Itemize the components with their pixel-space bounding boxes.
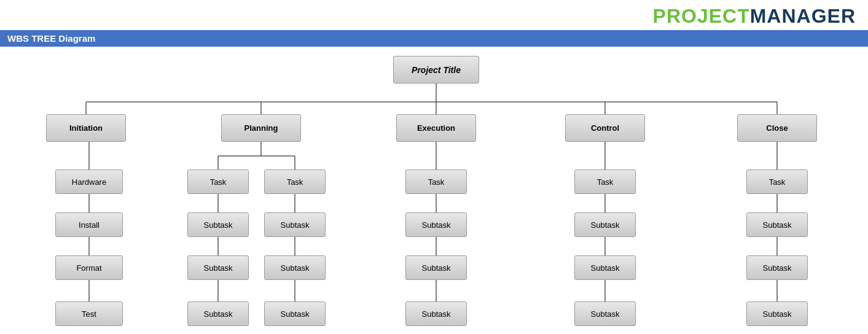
- node-close-task[interactable]: Task: [746, 169, 808, 194]
- node-planning-task2[interactable]: Task: [264, 169, 326, 194]
- node-close[interactable]: Close: [737, 114, 817, 142]
- node-planning-subtask2c[interactable]: Subtask: [264, 301, 326, 326]
- logo-project: PROJECT: [653, 5, 750, 27]
- node-planning-subtask1c[interactable]: Subtask: [187, 301, 249, 326]
- root-node[interactable]: Project Title: [393, 56, 479, 84]
- node-hardware[interactable]: Hardware: [55, 169, 123, 194]
- node-planning-subtask2b[interactable]: Subtask: [264, 255, 326, 280]
- node-execution-subtask3[interactable]: Subtask: [405, 301, 467, 326]
- node-test[interactable]: Test: [55, 301, 123, 326]
- logo-manager: MANAGER: [750, 5, 856, 27]
- node-control-subtask3[interactable]: Subtask: [574, 301, 636, 326]
- diagram-area: Project Title Initiation Planning Execut…: [0, 47, 868, 334]
- node-initiation[interactable]: Initiation: [46, 114, 126, 142]
- node-planning-subtask1b[interactable]: Subtask: [187, 255, 249, 280]
- node-execution-subtask2[interactable]: Subtask: [405, 255, 467, 280]
- node-close-subtask3[interactable]: Subtask: [746, 301, 808, 326]
- node-execution-task[interactable]: Task: [405, 169, 467, 194]
- node-planning-subtask2a[interactable]: Subtask: [264, 212, 326, 237]
- header-bar: PROJECTMANAGER: [0, 0, 868, 30]
- node-format[interactable]: Format: [55, 255, 123, 280]
- logo: PROJECTMANAGER: [653, 5, 856, 28]
- node-execution-subtask1[interactable]: Subtask: [405, 212, 467, 237]
- node-install[interactable]: Install: [55, 212, 123, 237]
- node-control[interactable]: Control: [565, 114, 645, 142]
- node-control-subtask1[interactable]: Subtask: [574, 212, 636, 237]
- title-bar: WBS TREE Diagram: [0, 30, 868, 47]
- node-control-subtask2[interactable]: Subtask: [574, 255, 636, 280]
- node-planning[interactable]: Planning: [221, 114, 301, 142]
- node-close-subtask1[interactable]: Subtask: [746, 212, 808, 237]
- node-execution[interactable]: Execution: [396, 114, 476, 142]
- node-control-task[interactable]: Task: [574, 169, 636, 194]
- node-planning-subtask1a[interactable]: Subtask: [187, 212, 249, 237]
- node-planning-task1[interactable]: Task: [187, 169, 249, 194]
- node-close-subtask2[interactable]: Subtask: [746, 255, 808, 280]
